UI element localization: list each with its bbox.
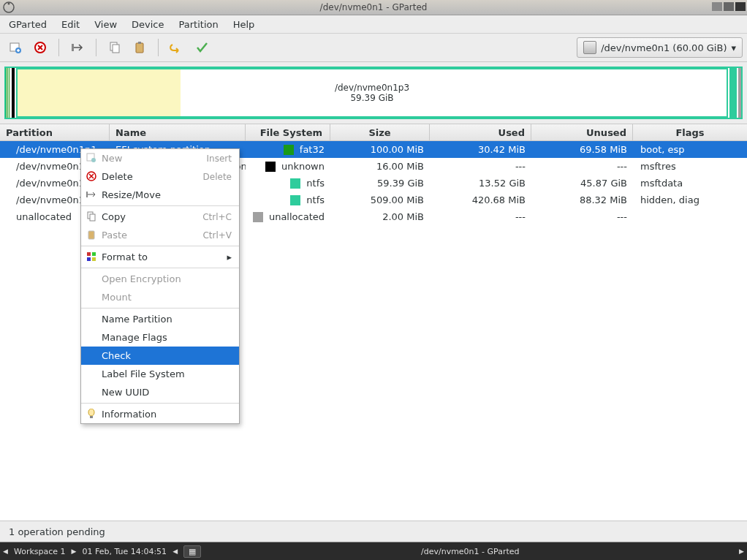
cell-used: 30.42 MiB: [430, 144, 531, 155]
cell-used: ---: [430, 211, 531, 222]
fs-color-swatch: [290, 178, 300, 189]
menu-item-copy[interactable]: CopyCtrl+C: [81, 208, 239, 226]
resize-icon: [86, 189, 97, 200]
info-icon: [86, 408, 97, 420]
graph-used-region: [18, 69, 181, 116]
taskbar-app-icon: ▦: [189, 547, 196, 556]
menu-item-open-encryption: Open Encryption: [81, 270, 239, 288]
tray-next-icon[interactable]: ▶: [739, 548, 744, 555]
resize-move-button[interactable]: [67, 37, 88, 58]
cell-filesystem: ntfs: [246, 178, 330, 189]
menu-item-information[interactable]: Information: [81, 405, 239, 423]
menu-partition[interactable]: Partition: [172, 17, 226, 32]
menu-gparted[interactable]: GParted: [1, 17, 54, 32]
menu-device[interactable]: Device: [124, 17, 171, 32]
cell-filesystem: ntfs: [246, 194, 330, 205]
menu-item-paste: PasteCtrl+V: [81, 226, 239, 244]
col-partition[interactable]: Partition: [0, 124, 110, 140]
taskbar: ◀ Workspace 1 ▶ 01 Feb, Tue 14:04:51 ◀ ▦…: [0, 542, 747, 560]
graph-seg-p4[interactable]: [729, 68, 737, 118]
cell-used: 420.68 MiB: [430, 194, 531, 205]
graph-seg-p1[interactable]: [6, 68, 10, 118]
cell-filesystem: unknown: [246, 161, 330, 172]
cell-size: 59.39 GiB: [330, 178, 430, 189]
menu-item-delete[interactable]: DeleteDelete: [81, 167, 239, 186]
menu-help[interactable]: Help: [226, 17, 262, 32]
paste-button[interactable]: [129, 37, 151, 58]
cell-size: 2.00 MiB: [330, 211, 430, 222]
graph-seg-p2[interactable]: [12, 68, 15, 118]
app-logo-icon: [3, 1, 15, 13]
fs-color-swatch: [253, 212, 263, 222]
graph-label-line1: /dev/nvme0n1p3: [335, 83, 409, 93]
menu-item-label-file-system[interactable]: Label File System: [81, 365, 239, 383]
menu-item-label: Information: [102, 409, 156, 420]
cell-unused: 69.58 MiB: [531, 144, 633, 155]
chevron-down-icon: ▾: [731, 42, 736, 53]
status-bar: 1 operation pending: [0, 521, 747, 542]
svg-rect-16: [88, 231, 94, 239]
menu-item-check[interactable]: Check: [81, 347, 239, 365]
cell-unused: 88.32 MiB: [531, 194, 633, 205]
undo-button[interactable]: [166, 37, 188, 58]
menu-item-label: Resize/Move: [102, 189, 161, 200]
col-unused[interactable]: Unused: [531, 124, 633, 140]
disk-icon: [583, 41, 596, 54]
graph-seg-unalloc[interactable]: [738, 68, 741, 118]
toolbar-separator: [96, 39, 96, 56]
maximize-button[interactable]: [724, 2, 734, 11]
cell-flags: boot, esp: [633, 144, 747, 155]
copy-icon: [86, 211, 97, 222]
apply-button[interactable]: [191, 37, 213, 58]
menu-item-manage-flags[interactable]: Manage Flags: [81, 328, 239, 347]
col-filesystem[interactable]: File System: [246, 124, 330, 140]
toolbar-separator: [58, 39, 59, 56]
submenu-arrow-icon: ▸: [227, 251, 232, 262]
menu-item-format-to[interactable]: Format to▸: [81, 248, 239, 266]
menu-item-mount: Mount: [81, 288, 239, 306]
menu-item-accel: Delete: [203, 172, 232, 182]
menu-item-accel: Ctrl+C: [202, 212, 232, 222]
partition-graph[interactable]: /dev/nvme0n1p3 59.39 GiB: [4, 67, 743, 119]
workspace-label[interactable]: Workspace 1: [14, 547, 66, 556]
col-used[interactable]: Used: [430, 124, 531, 140]
menu-item-label: Delete: [102, 171, 133, 182]
svg-point-21: [88, 409, 94, 416]
taskbar-clock: 01 Feb, Tue 14:04:51: [82, 547, 167, 556]
minimize-button[interactable]: [712, 2, 722, 11]
window-title: /dev/nvme0n1 - GParted: [320, 2, 428, 12]
menu-item-label: Copy: [102, 211, 126, 222]
workspace-prev-icon[interactable]: ◀: [3, 548, 8, 555]
menu-edit[interactable]: Edit: [54, 17, 87, 32]
menu-item-label: Open Encryption: [102, 273, 181, 284]
menu-item-label: Manage Flags: [102, 332, 167, 343]
col-size[interactable]: Size: [330, 124, 430, 140]
col-flags[interactable]: Flags: [633, 124, 747, 140]
menu-item-label: Format to: [102, 251, 148, 262]
svg-rect-5: [72, 44, 74, 51]
menu-item-label: Paste: [102, 230, 127, 241]
device-selector[interactable]: /dev/nvme0n1 (60.00 GiB) ▾: [577, 37, 743, 58]
menu-item-resize-move[interactable]: Resize/Move: [81, 186, 239, 204]
delete-partition-button[interactable]: [29, 37, 51, 58]
menu-item-name-partition[interactable]: Name Partition: [81, 310, 239, 328]
menu-item-label: New: [102, 153, 122, 164]
taskbar-app-button[interactable]: ▦: [183, 545, 201, 558]
workspace-next-icon[interactable]: ▶: [72, 548, 77, 555]
copy-button[interactable]: [104, 37, 126, 58]
toolbar: /dev/nvme0n1 (60.00 GiB) ▾: [0, 34, 747, 62]
menu-item-label: Mount: [102, 292, 132, 303]
new-icon: [86, 152, 97, 164]
new-partition-button[interactable]: [4, 37, 26, 58]
clock-prev-icon[interactable]: ◀: [172, 548, 178, 555]
taskbar-app-title[interactable]: /dev/nvme0n1 - GParted: [207, 547, 733, 556]
cell-unused: ---: [531, 161, 633, 172]
menu-view[interactable]: View: [87, 17, 124, 32]
menu-separator: [81, 268, 239, 268]
graph-seg-p3[interactable]: /dev/nvme0n1p3 59.39 GiB: [16, 68, 728, 118]
menu-item-new-uuid[interactable]: New UUID: [81, 383, 239, 401]
graph-label-line2: 59.39 GiB: [350, 93, 393, 103]
col-name[interactable]: Name: [110, 124, 246, 140]
menu-separator: [81, 308, 239, 309]
close-button[interactable]: [735, 2, 746, 11]
